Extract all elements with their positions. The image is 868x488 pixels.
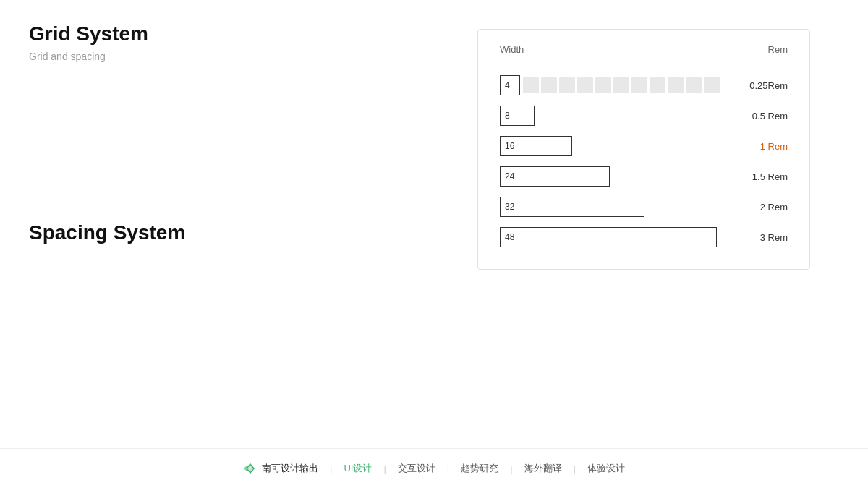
seg (650, 77, 665, 93)
footer: 南可设计输出 | UI设计 | 交互设计 | 趋势研究 | 海外翻译 | 体验设… (0, 448, 868, 488)
bar-label-48: 48 (505, 232, 515, 242)
table-row: 24 1.5 Rem (500, 166, 788, 187)
seg (704, 77, 720, 93)
bar-container: 16 (500, 136, 726, 156)
bar-label-8: 8 (505, 111, 515, 121)
header-width: Width (500, 44, 524, 55)
rem-label-8: 0.5 Rem (737, 111, 788, 121)
rem-label-32: 2 Rem (737, 202, 788, 213)
seg (577, 77, 593, 93)
table-row: 4 0.25R (500, 75, 788, 95)
bar-label-16: 16 (505, 141, 515, 151)
footer-link-ui[interactable]: UI设计 (344, 462, 372, 475)
rem-label-48: 3 Rem (737, 232, 788, 243)
rem-label-16: 1 Rem (737, 141, 788, 152)
seg (541, 77, 557, 93)
bar-box-16: 16 (500, 136, 572, 156)
table-header: Width Rem (500, 44, 788, 58)
page-subtitle: Grid and spacing (29, 51, 448, 62)
svg-marker-2 (244, 465, 247, 472)
seg (523, 77, 539, 93)
header-rem: Rem (768, 44, 788, 55)
seg (595, 77, 611, 93)
bar-box-4: 4 (500, 75, 520, 95)
right-panel: Width Rem 4 (477, 22, 839, 419)
bar-box-48: 48 (500, 227, 717, 247)
bar-box-32: 32 (500, 197, 644, 217)
bar-label-24: 24 (505, 171, 515, 181)
page-title: Grid System (29, 22, 448, 46)
seg (559, 77, 575, 93)
seg (668, 77, 684, 93)
footer-logo: 南可设计输出 (243, 462, 318, 475)
bar-box-24: 24 (500, 166, 610, 187)
footer-link-experience[interactable]: 体验设计 (587, 462, 625, 475)
svg-marker-1 (247, 464, 254, 473)
bar-container: 4 (500, 75, 726, 95)
seg (686, 77, 702, 93)
seg (631, 77, 647, 93)
spacing-system-title: Spacing System (29, 221, 448, 244)
bar-label-32: 32 (505, 202, 515, 212)
left-panel: Grid System Grid and spacing Spacing Sys… (29, 22, 448, 419)
seg (613, 77, 629, 93)
footer-sep: | (510, 463, 512, 474)
footer-sep: | (330, 463, 332, 474)
main-content: Grid System Grid and spacing Spacing Sys… (0, 0, 868, 448)
rem-label-24: 1.5 Rem (737, 171, 788, 182)
spacing-table: Width Rem 4 (477, 29, 810, 270)
segmented-bar (523, 77, 726, 93)
bar-container: 8 (500, 106, 726, 126)
footer-link-trend[interactable]: 趋势研究 (461, 462, 498, 475)
footer-sep: | (447, 463, 449, 474)
footer-link-interaction[interactable]: 交互设计 (398, 462, 435, 475)
table-row: 48 3 Rem (500, 227, 788, 247)
footer-sep: | (574, 463, 576, 474)
bar-container: 24 (500, 166, 726, 187)
diamond-icon (243, 463, 258, 474)
bar-container: 32 (500, 197, 726, 217)
bar-container: 48 (500, 227, 726, 247)
footer-brand: 南可设计输出 (262, 462, 318, 475)
rem-label-4: 0.25Rem (737, 80, 788, 91)
bar-label-4: 4 (505, 80, 515, 90)
table-row: 8 0.5 Rem (500, 106, 788, 126)
table-row: 16 1 Rem (500, 136, 788, 156)
table-row: 32 2 Rem (500, 197, 788, 217)
bar-box-8: 8 (500, 106, 535, 126)
footer-sep: | (383, 463, 386, 474)
footer-link-overseas[interactable]: 海外翻译 (524, 462, 562, 475)
